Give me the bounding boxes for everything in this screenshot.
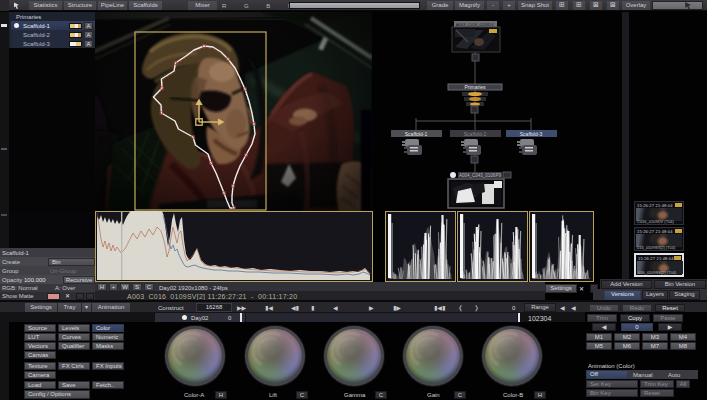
svg-text:Scaffold-2: Scaffold-2: [464, 131, 487, 137]
svg-text:Scaffold-3: Scaffold-3: [520, 131, 543, 137]
svg-text:A004_C043_0106P9: A004_C043_0106P9: [459, 173, 501, 178]
svg-text:A003_C016_0109DV: A003_C016_0109DV: [456, 22, 494, 27]
svg-text:Scaffold-1: Scaffold-1: [405, 131, 428, 137]
svg-text:Primaries: Primaries: [464, 84, 486, 90]
